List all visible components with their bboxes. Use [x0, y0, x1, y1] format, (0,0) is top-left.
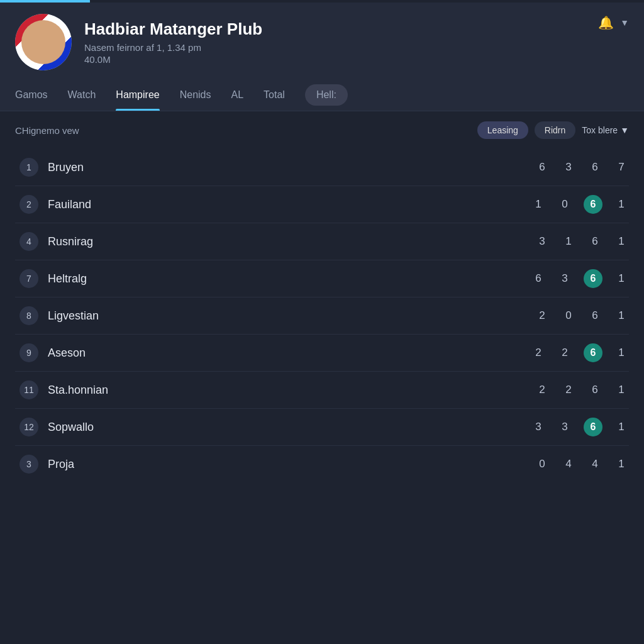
stat-v2: 3: [557, 272, 572, 285]
row-stats: 3 1 6 1: [535, 235, 629, 248]
stat-value: 6: [587, 309, 602, 322]
stat-value: 6: [587, 384, 602, 396]
tab-hampiree[interactable]: Hampiree: [116, 79, 159, 111]
stat-v1: 2: [535, 384, 550, 396]
stat-v4: 1: [614, 347, 629, 359]
row-stats: 1 0 6 1: [531, 195, 629, 214]
row-name: Aseson: [43, 347, 531, 360]
stat-highlight: 6: [584, 269, 602, 288]
row-name: Rusnirag: [43, 235, 535, 248]
stat-v2: 3: [557, 421, 572, 433]
tab-gamos[interactable]: Gamos: [15, 79, 48, 111]
row-name: Ligvestian: [43, 309, 535, 323]
stat-v2: 3: [561, 161, 576, 174]
stat-v4: 1: [614, 272, 629, 285]
row-stats: 0 4 4 1: [535, 458, 629, 470]
stat-v1: 3: [531, 421, 546, 433]
stat-v1: 1: [531, 198, 546, 211]
row-name: Heltralg: [43, 272, 531, 286]
stat-v1: 2: [531, 347, 546, 359]
table-row: 7 Heltralg 6 3 6 1: [15, 260, 629, 297]
number-badge: 7: [19, 269, 38, 288]
stat-highlight: 6: [584, 343, 602, 362]
stat-v2: 1: [561, 235, 576, 248]
profile-name: Hadbiar Matanger Plub: [84, 19, 629, 39]
table-row: 1 Bruyen 6 3 6 7: [15, 149, 629, 186]
header-info: Hadbiar Matanger Plub Nasem feirnor af 1…: [84, 19, 629, 64]
row-stats: 6 3 6 7: [535, 161, 629, 174]
number-badge: 3: [19, 455, 38, 474]
stat-v2: 2: [561, 384, 576, 396]
row-number: 11: [15, 380, 43, 399]
table-row: 2 Fauiland 1 0 6 1: [15, 186, 629, 223]
row-number: 8: [15, 306, 43, 325]
row-number: 12: [15, 418, 43, 436]
number-badge: 11: [19, 380, 38, 399]
stat-v4: 7: [614, 161, 629, 174]
stat-v1: 6: [531, 272, 546, 285]
stat-v4: 1: [614, 235, 629, 248]
number-badge: 1: [19, 158, 38, 177]
stat-v4: 1: [614, 309, 629, 322]
number-badge: 9: [19, 343, 38, 362]
table-row: 3 Proja 0 4 4 1: [15, 446, 629, 482]
stat-v1: 3: [535, 235, 550, 248]
row-number: 3: [15, 455, 43, 474]
table-row: 11 Sta.honnian 2 2 6 1: [15, 372, 629, 409]
table: 1 Bruyen 6 3 6 7 2 Fauiland 1 0 6 1 4 Ru…: [15, 149, 629, 482]
filter-label: CHignemo vew: [15, 125, 471, 136]
ridrn-button[interactable]: Ridrn: [535, 121, 575, 139]
row-stats: 6 3 6 1: [531, 269, 629, 288]
notification-icon[interactable]: 🔔: [598, 15, 614, 30]
stat-v2: 4: [561, 458, 576, 470]
tab-hell[interactable]: Hell:: [305, 84, 348, 106]
avatar: [15, 14, 72, 70]
tab-al[interactable]: AL: [231, 79, 244, 111]
stat-value: 6: [587, 235, 602, 248]
tox-blere-dropdown[interactable]: Tox blere ▼: [582, 125, 629, 135]
stat-v1: 0: [535, 458, 550, 470]
tab-nenids[interactable]: Nenids: [180, 79, 211, 111]
stat-value: 6: [587, 161, 602, 174]
filter-row: CHignemo vew Leasing Ridrn Tox blere ▼: [15, 111, 629, 149]
table-row: 12 Sopwallo 3 3 6 1: [15, 409, 629, 446]
content-area: CHignemo vew Leasing Ridrn Tox blere ▼ 1…: [0, 111, 644, 482]
row-number: 9: [15, 343, 43, 362]
profile-stat: 40.0M: [84, 54, 629, 65]
stat-v4: 1: [614, 198, 629, 211]
header-section: Hadbiar Matanger Plub Nasem feirnor af 1…: [0, 3, 644, 79]
table-row: 4 Rusnirag 3 1 6 1: [15, 223, 629, 260]
stat-v2: 0: [557, 198, 572, 211]
row-stats: 2 2 6 1: [531, 343, 629, 362]
header-icons: 🔔 ▼: [598, 15, 629, 30]
stat-v2: 0: [561, 309, 576, 322]
stat-v4: 1: [614, 384, 629, 396]
row-number: 1: [15, 158, 43, 177]
stat-highlight: 6: [584, 195, 602, 214]
row-number: 2: [15, 195, 43, 214]
number-badge: 4: [19, 232, 38, 251]
row-name: Fauiland: [43, 198, 531, 211]
row-name: Bruyen: [43, 161, 535, 174]
number-badge: 2: [19, 195, 38, 214]
tab-total[interactable]: Total: [264, 79, 285, 111]
stat-v1: 6: [535, 161, 550, 174]
table-row: 9 Aseson 2 2 6 1: [15, 335, 629, 372]
row-stats: 2 2 6 1: [535, 384, 629, 396]
tab-watch[interactable]: Watch: [68, 79, 96, 111]
row-stats: 2 0 6 1: [535, 309, 629, 322]
table-row: 8 Ligvestian 2 0 6 1: [15, 297, 629, 335]
leasing-button[interactable]: Leasing: [477, 121, 528, 139]
stat-v2: 2: [557, 347, 572, 359]
row-number: 7: [15, 269, 43, 288]
stat-v4: 1: [614, 458, 629, 470]
row-name: Proja: [43, 458, 535, 471]
number-badge: 12: [19, 418, 38, 436]
stat-highlight: 6: [584, 418, 602, 436]
chevron-down-icon[interactable]: ▼: [620, 18, 629, 28]
row-number: 4: [15, 232, 43, 251]
row-name: Sta.honnian: [43, 384, 535, 397]
tab-bar: Gamos Watch Hampiree Nenids AL Total Hel…: [0, 79, 644, 111]
stat-v4: 1: [614, 421, 629, 433]
profile-sub: Nasem feirnor af 1, 1.34 pm: [84, 42, 629, 53]
